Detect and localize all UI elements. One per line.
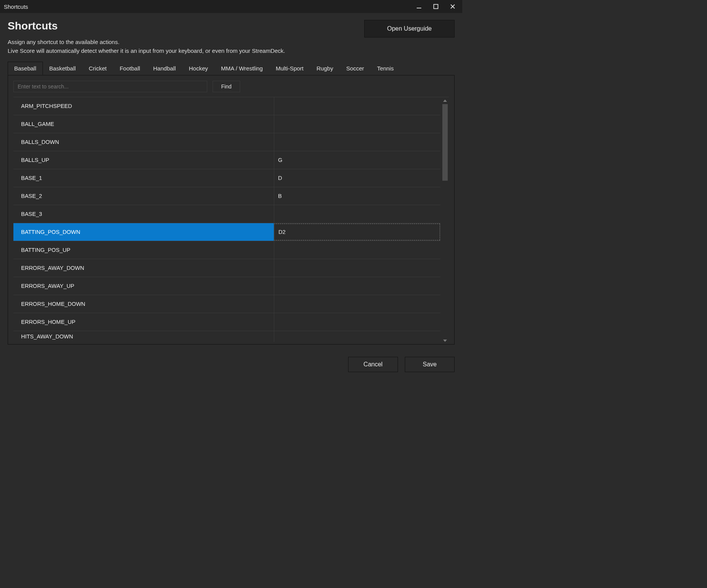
- content: Shortcuts Open Userguide Assign any shor…: [0, 13, 462, 351]
- table-row[interactable]: BATTING_POS_UP: [13, 241, 440, 259]
- tab-hockey[interactable]: Hockey: [182, 62, 214, 75]
- svg-rect-1: [434, 5, 438, 9]
- shortcut-table: ARM_PITCHSPEEDBALL_GAMEBALLS_DOWNBALLS_U…: [13, 97, 449, 344]
- shortcut-key[interactable]: [274, 295, 440, 313]
- action-name: ERRORS_AWAY_DOWN: [13, 259, 274, 277]
- search-row: Find: [13, 81, 449, 92]
- tab-baseball[interactable]: Baseball: [8, 62, 43, 75]
- shortcut-key[interactable]: [274, 241, 440, 259]
- action-name: ARM_PITCHSPEED: [13, 97, 274, 115]
- table-row[interactable]: BASE_1D: [13, 169, 440, 187]
- scroll-down-icon[interactable]: [442, 338, 448, 343]
- open-userguide-button[interactable]: Open Userguide: [364, 20, 455, 38]
- shortcut-key[interactable]: G: [274, 151, 440, 169]
- header-row: Shortcuts Open Userguide: [8, 20, 455, 38]
- action-name: BATTING_POS_UP: [13, 241, 274, 259]
- table-row[interactable]: ARM_PITCHSPEED: [13, 97, 440, 115]
- tab-soccer[interactable]: Soccer: [340, 62, 371, 75]
- table-body: ARM_PITCHSPEEDBALL_GAMEBALLS_DOWNBALLS_U…: [13, 97, 449, 344]
- description-line-2: Live Score will automatically detect whe…: [8, 47, 285, 54]
- tab-rugby[interactable]: Rugby: [310, 62, 340, 75]
- table-row[interactable]: BASE_3: [13, 205, 440, 223]
- action-name: BALL_GAME: [13, 115, 274, 133]
- table-row[interactable]: BALLS_DOWN: [13, 133, 440, 151]
- footer-row: Cancel Save: [0, 351, 462, 377]
- table-row[interactable]: ERRORS_AWAY_DOWN: [13, 259, 440, 277]
- table-row[interactable]: BATTING_POS_DOWND2: [13, 223, 440, 241]
- scroll-up-icon[interactable]: [442, 98, 448, 103]
- action-name: ERRORS_HOME_DOWN: [13, 295, 274, 313]
- table-row[interactable]: BASE_2B: [13, 187, 440, 205]
- shortcut-key[interactable]: [274, 97, 440, 115]
- search-input[interactable]: [13, 81, 207, 92]
- tabs: BaseballBasketballCricketFootballHandbal…: [8, 62, 455, 75]
- shortcut-key[interactable]: [274, 115, 440, 133]
- action-name: BASE_3: [13, 205, 274, 223]
- description-line-1: Assign any shortcut to the available act…: [8, 39, 119, 45]
- action-name: HITS_AWAY_DOWN: [13, 331, 274, 342]
- action-name: BASE_2: [13, 187, 274, 205]
- minimize-icon[interactable]: [416, 3, 422, 10]
- tab-handball[interactable]: Handball: [147, 62, 182, 75]
- description: Assign any shortcut to the available act…: [8, 38, 455, 56]
- scrollbar[interactable]: [442, 98, 448, 343]
- tab-multi-sport[interactable]: Multi-Sport: [269, 62, 310, 75]
- svg-marker-4: [443, 100, 447, 102]
- table-row[interactable]: ERRORS_HOME_DOWN: [13, 295, 440, 313]
- shortcut-key[interactable]: [274, 259, 440, 277]
- shortcut-key[interactable]: B: [274, 187, 440, 205]
- shortcut-key[interactable]: D: [274, 169, 440, 187]
- table-row[interactable]: HITS_AWAY_DOWN: [13, 331, 440, 342]
- find-button[interactable]: Find: [213, 81, 240, 92]
- table-row[interactable]: BALLS_UPG: [13, 151, 440, 169]
- scroll-thumb[interactable]: [442, 104, 448, 181]
- table-row[interactable]: BALL_GAME: [13, 115, 440, 133]
- table-row[interactable]: ERRORS_HOME_UP: [13, 313, 440, 331]
- tab-basketball[interactable]: Basketball: [43, 62, 82, 75]
- shortcut-key[interactable]: [274, 133, 440, 151]
- titlebar: Shortcuts: [0, 0, 462, 13]
- svg-marker-5: [443, 340, 447, 342]
- tab-mma-wrestling[interactable]: MMA / Wrestling: [214, 62, 269, 75]
- tab-football[interactable]: Football: [113, 62, 146, 75]
- action-name: BALLS_DOWN: [13, 133, 274, 151]
- tab-cricket[interactable]: Cricket: [82, 62, 113, 75]
- save-button[interactable]: Save: [405, 357, 455, 372]
- close-icon[interactable]: [449, 3, 456, 10]
- page-title: Shortcuts: [8, 20, 58, 32]
- action-name: ERRORS_HOME_UP: [13, 313, 274, 331]
- window-controls: [416, 3, 458, 10]
- shortcut-key[interactable]: [274, 277, 440, 295]
- shortcut-key[interactable]: [274, 331, 440, 342]
- action-name: ERRORS_AWAY_UP: [13, 277, 274, 295]
- tab-tennis[interactable]: Tennis: [371, 62, 400, 75]
- maximize-icon[interactable]: [432, 3, 439, 10]
- shortcut-key[interactable]: D2: [274, 224, 440, 240]
- window-title: Shortcuts: [4, 3, 28, 10]
- tab-panel: Find ARM_PITCHSPEEDBALL_GAMEBALLS_DOWNBA…: [8, 75, 455, 345]
- action-name: BASE_1: [13, 169, 274, 187]
- table-row[interactable]: ERRORS_AWAY_UP: [13, 277, 440, 295]
- shortcut-key[interactable]: [274, 313, 440, 331]
- action-name: BALLS_UP: [13, 151, 274, 169]
- shortcut-key[interactable]: [274, 205, 440, 223]
- action-name: BATTING_POS_DOWN: [13, 223, 274, 241]
- cancel-button[interactable]: Cancel: [348, 357, 398, 372]
